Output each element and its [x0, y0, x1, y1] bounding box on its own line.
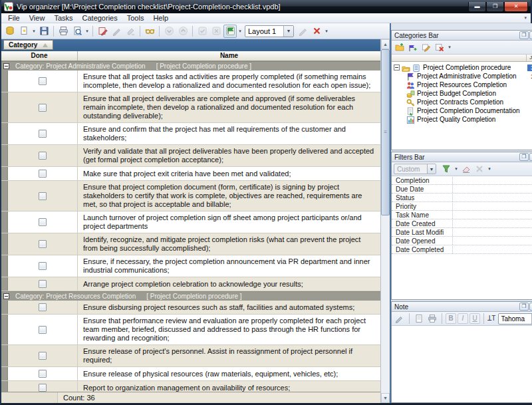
group-collapse-icon[interactable] — [3, 63, 9, 69]
delete-layout-button[interactable] — [310, 25, 323, 38]
task-checkbox[interactable] — [39, 384, 47, 392]
task-checkbox[interactable] — [39, 130, 47, 138]
task-checkbox[interactable] — [39, 352, 47, 360]
edit-category-button[interactable] — [420, 41, 432, 53]
categories-maximize-icon[interactable]: ❐ — [519, 31, 529, 39]
uncomplete-task-button[interactable] — [209, 25, 223, 38]
edit-note-button[interactable] — [394, 313, 406, 325]
task-checkbox[interactable] — [39, 218, 47, 226]
move-up-button[interactable] — [176, 25, 190, 38]
filters-pin-icon[interactable]: ⊥ — [529, 153, 532, 161]
minimize-button[interactable]: ▬ — [468, 2, 486, 12]
vertical-scrollbar[interactable]: ▲ ≡ ▼ — [380, 39, 390, 403]
tree-row-category[interactable]: Project Budget Completion55 — [392, 89, 532, 98]
note-print-button[interactable] — [426, 313, 438, 325]
bold-button[interactable]: B — [446, 313, 456, 324]
move-down-button[interactable] — [162, 25, 176, 38]
categories-col1-header[interactable]: J... — [526, 55, 532, 61]
layout-flag-button[interactable] — [223, 25, 237, 38]
collapse-icon[interactable] — [394, 65, 400, 70]
print-button[interactable] — [57, 25, 70, 38]
menu-view[interactable]: View — [25, 14, 50, 22]
task-row[interactable]: Ensure that project completion document … — [1, 181, 380, 211]
new-task-button[interactable] — [17, 25, 31, 38]
tree-row-category[interactable]: Project Contracts Completion44 — [392, 98, 532, 106]
layout-combobox[interactable]: Layout 1 ▼ — [245, 25, 294, 37]
menu-overflow-icon[interactable]: ▾ — [524, 15, 529, 21]
task-row[interactable]: Arrange project completion celebration t… — [1, 277, 380, 291]
menu-file[interactable]: File — [3, 14, 25, 22]
task-row[interactable]: Ensure release of project's personnel. A… — [1, 345, 380, 367]
apply-filter-dropdown-icon[interactable]: ▾ — [454, 166, 459, 172]
new-database-button[interactable] — [3, 25, 17, 38]
tree-row-category[interactable]: Project Quality Completion66 — [392, 115, 532, 124]
task-checkbox[interactable] — [39, 326, 47, 334]
toolbar-overflow-icon[interactable]: ▾ — [324, 29, 329, 34]
layout-combobox-arrow-icon[interactable]: ▼ — [283, 26, 293, 37]
task-row[interactable]: Ensure, if necessary, the project comple… — [1, 255, 380, 277]
categories-toolbar-overflow-icon[interactable]: ▾ — [447, 45, 452, 50]
filters-toolbar-overflow-icon[interactable]: ▾ — [487, 166, 492, 172]
complete-task-button[interactable] — [196, 25, 209, 38]
edit-task-button[interactable] — [96, 25, 109, 38]
task-checkbox[interactable] — [39, 104, 47, 112]
delete-category-button[interactable] — [434, 41, 446, 53]
task-row[interactable]: Ensure and confirm that the project has … — [1, 123, 380, 145]
menu-tools[interactable]: Tools — [122, 14, 149, 22]
task-checkbox[interactable] — [39, 152, 47, 160]
scroll-up-icon[interactable]: ▲ — [381, 39, 390, 49]
view-button[interactable] — [143, 25, 156, 38]
task-checkbox[interactable] — [39, 262, 47, 270]
filter-preset-arrow-icon[interactable]: ▼ — [427, 164, 436, 174]
tree-row-root[interactable]: Project Completion procedure 36 36 — [392, 63, 532, 72]
save-button[interactable] — [37, 25, 51, 38]
task-row[interactable]: Ensure that all project deliverables are… — [1, 92, 380, 123]
layout-dropdown-icon[interactable]: ▾ — [237, 29, 243, 34]
menu-categories[interactable]: Categories — [78, 14, 122, 22]
print-group-overflow-icon[interactable]: ▾ — [84, 29, 90, 34]
apply-filter-button[interactable] — [440, 163, 452, 175]
remove-filter-button[interactable] — [473, 163, 485, 175]
tree-row-category[interactable]: Project Completion Documentation66 — [392, 106, 532, 115]
column-header-name[interactable]: Name — [78, 51, 380, 61]
note-pin-icon[interactable]: ⊥ — [529, 303, 532, 311]
tree-row-category[interactable]: Project Administrative Completion1010 — [392, 72, 532, 80]
task-row[interactable]: Ensure that performance review and evalu… — [1, 315, 380, 345]
group-collapse-icon[interactable] — [3, 293, 9, 299]
new-task-dropdown-icon[interactable]: ▾ — [31, 29, 37, 34]
task-checkbox[interactable] — [39, 370, 47, 378]
maximize-button[interactable]: ❐ — [486, 2, 504, 12]
filters-maximize-icon[interactable]: ❐ — [519, 153, 529, 161]
task-checkbox[interactable] — [39, 192, 47, 200]
rename-layout-button[interactable] — [296, 25, 309, 38]
task-row[interactable]: Ensure release of physical resources (ra… — [1, 367, 380, 381]
scrollbar-track[interactable] — [381, 215, 390, 393]
font-combobox[interactable]: Tahoma ▼ — [498, 313, 532, 325]
task-checkbox[interactable] — [39, 280, 47, 288]
new-category-list-button[interactable] — [394, 41, 406, 53]
task-checkbox[interactable] — [39, 303, 47, 311]
close-button[interactable]: ✕ — [504, 2, 528, 12]
italic-button[interactable]: I — [458, 313, 468, 324]
print-preview-button[interactable] — [70, 25, 84, 38]
task-checkbox[interactable] — [39, 170, 47, 178]
task-row[interactable]: Make sure that project exit criteria hav… — [1, 167, 380, 181]
task-row[interactable]: Ensure disbursing project resources such… — [1, 301, 380, 315]
scroll-down-icon[interactable]: ▼ — [381, 393, 390, 403]
tree-row-category[interactable]: Project Resources Completion55 — [392, 80, 532, 89]
edit-button[interactable] — [110, 25, 123, 38]
task-row[interactable]: Report to organization management on ava… — [1, 381, 380, 392]
clear-button[interactable] — [124, 25, 137, 38]
scrollbar-thumb[interactable]: ≡ — [381, 49, 390, 215]
new-category-button[interactable] — [407, 41, 419, 53]
task-row[interactable]: Identify, recognize, and mitigate projec… — [1, 233, 380, 255]
group-by-category-button[interactable]: Category — [3, 40, 53, 50]
filter-preset-combobox[interactable]: Custom ▼ — [394, 164, 436, 174]
underline-button[interactable]: U — [469, 313, 480, 324]
task-checkbox[interactable] — [39, 77, 47, 85]
column-header-done[interactable]: Done — [1, 51, 78, 61]
note-page-button[interactable] — [413, 313, 425, 325]
task-checkbox[interactable] — [39, 240, 47, 248]
menu-tasks[interactable]: Tasks — [49, 14, 77, 22]
menu-help[interactable]: Help — [148, 14, 173, 22]
